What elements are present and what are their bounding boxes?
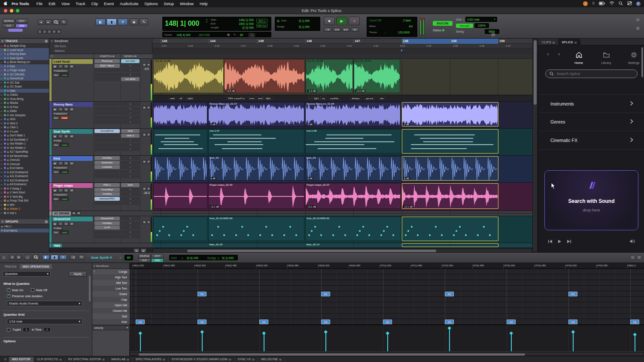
send-slot[interactable]: d	[121, 116, 140, 120]
track-name[interactable]: Lead Vocal	[52, 59, 93, 64]
dyn-button[interactable]: dyn	[52, 73, 60, 77]
mode-slip[interactable]: SLIP	[138, 258, 151, 262]
zoom-preset-4[interactable]: 4	[52, 30, 56, 33]
send-slot[interactable]: e	[121, 201, 140, 205]
velocity-diamond[interactable]	[200, 330, 204, 333]
sidebar-track-item[interactable]: ▸▦Voc Samples	[0, 113, 49, 118]
bottom-tab-clip-effects[interactable]: CLIP EFFECTS▤	[34, 357, 65, 362]
disclosure-icon[interactable]: ⊙	[1, 220, 4, 223]
send-pan-button[interactable]: P	[147, 187, 151, 190]
window-target-icon[interactable]: ⊙	[4, 357, 7, 361]
midi-note[interactable]: C2	[136, 320, 145, 324]
grid-value[interactable]: 0| 0| 240	[187, 256, 198, 259]
dyn-button[interactable]: dyn	[52, 143, 60, 147]
sidebar-track-item[interactable]: ▸▦Reecey Bass	[0, 52, 49, 56]
dly-chip[interactable]: Dly	[249, 33, 255, 37]
automation-mode-button[interactable]: read	[60, 116, 69, 120]
pencil-tool[interactable]: ✎	[140, 18, 148, 25]
record-arm-button[interactable]: ◉	[52, 222, 58, 226]
menu-file[interactable]: File	[36, 2, 43, 6]
send-slot[interactable]: e	[121, 235, 140, 238]
vertical-scrollbar[interactable]	[532, 39, 538, 252]
note-on-checkbox[interactable]: ✓	[7, 288, 10, 292]
group-item[interactable]: ▣<ALL>	[0, 224, 49, 229]
sidebar-track-item[interactable]: ▸▦A11 EndHarm3	[0, 174, 49, 178]
sidebar-track-item[interactable]: ▸▦Hi Pad	[0, 105, 49, 109]
send-slot[interactable]: d	[121, 73, 140, 77]
audio-clip[interactable]	[153, 102, 207, 127]
zoom-preset-1[interactable]: 1	[38, 30, 42, 33]
insert-chip[interactable]: PSA-1	[94, 183, 120, 187]
mode-spot[interactable]: SPOT	[15, 19, 28, 23]
grabber-tool[interactable]: ✛	[118, 18, 128, 25]
rte-button[interactable]: ►|	[351, 27, 359, 32]
track-header[interactable]: Hats	[49, 243, 152, 248]
tuplet-d-field[interactable]: 2	[44, 327, 51, 332]
send-chip[interactable]: Verb 2	[121, 134, 140, 138]
velocity-lane-selector[interactable]: velocity▾	[92, 325, 130, 330]
sidebar-track-item[interactable]: ▸▦Master 1	[0, 207, 49, 211]
velocity-stem[interactable]	[325, 332, 326, 351]
menu-window[interactable]: Window	[180, 2, 194, 6]
audio-clip[interactable]: Kick_02-16-MIDI-91	[305, 217, 401, 241]
bottom-tab-rx-spectral-editor[interactable]: RX SPECTRAL EDITOR▤	[65, 357, 108, 362]
menu-audiosuite[interactable]: AudioSuite	[120, 2, 139, 6]
counter-steppers[interactable]: ▲▼	[206, 18, 208, 23]
send-pan-button[interactable]: P	[147, 133, 151, 136]
insert-chip[interactable]: KompltKntrl	[94, 129, 120, 133]
dyn-button[interactable]: dyn	[52, 230, 60, 234]
control-center-icon[interactable]	[627, 1, 632, 6]
audio-clip[interactable]: Finger snaps_02-37+0.1 dB	[305, 183, 401, 209]
insert-chip[interactable]: EQ3 7-Band	[94, 64, 120, 68]
send-slot[interactable]: c	[121, 192, 140, 196]
midi-note[interactable]: C2	[197, 320, 207, 324]
apply-button[interactable]: Apply	[69, 271, 87, 277]
menu-track[interactable]: Track	[76, 2, 85, 6]
mode-grid[interactable]: GRID	[151, 258, 164, 262]
track-name[interactable]: Hats	[52, 244, 62, 247]
send-chip[interactable]: Verb	[121, 183, 140, 187]
ruler-lanes[interactable]: 1431441451461471481491504:244:254:264:27…	[152, 39, 532, 54]
sidebar-track-item[interactable]: ▸▦GrooveCell	[0, 76, 49, 81]
audio-clip[interactable]: Vox.07_15-39+3.0 dB	[354, 59, 400, 93]
mute-button[interactable]: M	[69, 134, 74, 138]
dyn-button[interactable]: dyn	[52, 197, 60, 201]
sidebar-track-item[interactable]: ▸▦A17 SpeedRap	[0, 150, 49, 154]
sidebar-track-item[interactable]: ▸▦GC DRUMS	[0, 72, 49, 77]
grid-dots-icon[interactable]: ⠿	[592, 2, 595, 6]
velocity-stem[interactable]	[202, 332, 203, 351]
input-monitor-button[interactable]: I	[58, 188, 63, 192]
wifi-icon[interactable]	[609, 1, 614, 6]
drum-row-clap[interactable]: Clap	[92, 297, 130, 303]
drum-row-mid-tom[interactable]: Mid Tom	[92, 280, 130, 286]
audio-clip[interactable]: Vox.07_15-46-1.0 dB	[306, 59, 353, 93]
drum-row-kick[interactable]: Kick	[92, 319, 130, 325]
send-slot[interactable]: c	[121, 138, 140, 142]
sidebar-track-item[interactable]: ▸▦Stabs	[0, 109, 49, 113]
audio-clip[interactable]: Vox.03_11-08	[153, 59, 224, 93]
bottom-tab-midi-editor[interactable]: MIDI EDITOR	[9, 357, 34, 362]
sidebar-track-item[interactable]: ▸▦Finger snaps	[0, 68, 49, 72]
midi-note[interactable]: C2	[507, 320, 516, 324]
midi-note[interactable]: C2	[321, 320, 330, 324]
insert-chip[interactable]: ChnlStrp	[94, 156, 120, 160]
audio-clip[interactable]: Inst 2-08	[305, 129, 401, 154]
zoom-preset-5[interactable]: 5	[57, 30, 61, 33]
automation-mode-button[interactable]: read	[60, 143, 69, 147]
audio-clip[interactable]: Inst 2-07	[208, 129, 304, 154]
drum-row-low-tom[interactable]: Low Tom	[92, 286, 130, 292]
default-velocity[interactable]: 80	[125, 255, 133, 260]
category-genres[interactable]: Genres	[538, 113, 644, 131]
send-slot[interactable]: c	[121, 165, 140, 169]
sidebar-track-item[interactable]: ▸▦Kick	[0, 64, 49, 69]
input-monitor-button[interactable]: I	[58, 64, 63, 68]
record-arm-button[interactable]: ◉	[52, 188, 58, 192]
battery-icon[interactable]	[599, 2, 605, 6]
target-icon[interactable]: ◎	[491, 31, 495, 37]
strength-value[interactable]: 100%	[474, 23, 489, 28]
bottom-tab-melodyne[interactable]: MELODYNE▤	[258, 357, 285, 362]
audio-clip[interactable]: Reecey Bass-cm_01-080 dB	[305, 102, 401, 127]
drum-row-open-hat[interactable]: Open Hat	[92, 302, 130, 308]
solo-button[interactable]: S	[64, 64, 69, 68]
send-mute-button[interactable]: M	[143, 160, 146, 163]
